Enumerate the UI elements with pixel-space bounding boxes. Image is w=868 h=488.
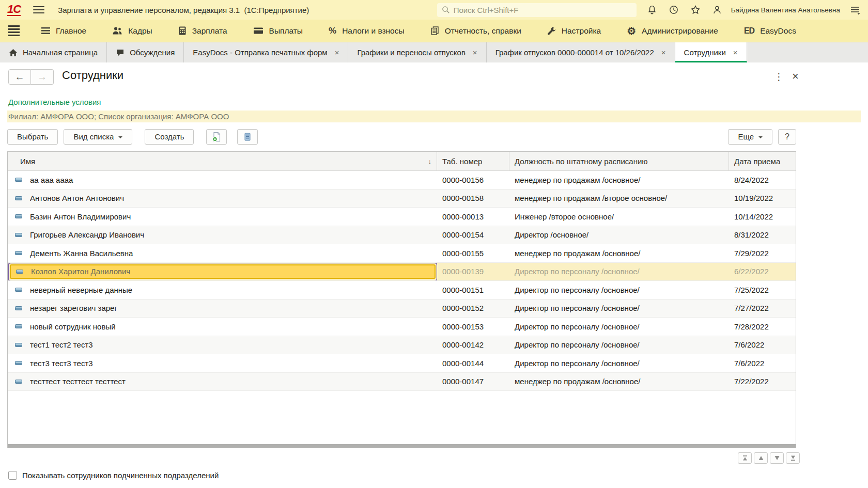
search-input[interactable] [454,6,632,14]
menu-item-nastroyka[interactable]: Настройка [547,26,601,36]
table-row[interactable]: новый сотрудник новый 0000-00153 Директо… [8,318,796,336]
table-row[interactable]: неверный неверные данные 0000-00151 Дире… [8,281,796,300]
cell-number[interactable]: 0000-00142 [437,336,509,354]
kebab-menu-icon[interactable]: ⋮ [774,71,783,83]
cell-number[interactable]: 0000-00158 [437,190,509,208]
cell-number[interactable]: 0000-00156 [437,171,509,189]
table-row[interactable]: тест3 тест3 тест3 0000-00144 Директор по… [8,354,796,373]
cell-name[interactable]: незарег зарегович зарег [8,300,437,318]
menu-item-kadry[interactable]: Кадры [112,26,152,36]
cell-position[interactable]: Директор по персоналу /основное/ [509,354,729,372]
cell-number[interactable]: 0000-00144 [437,354,509,372]
table-row[interactable]: Дементь Жанна Васильевна 0000-00155 мене… [8,244,796,263]
go-last-button[interactable] [786,452,800,464]
cell-position[interactable]: Директор по персоналу /основное/ [509,300,729,318]
cell-name-selected[interactable]: Козлов Харитон Данилович [8,263,437,281]
help-button[interactable]: ? [778,129,796,145]
cell-number[interactable]: 0000-00013 [437,208,509,226]
cell-number[interactable]: 0000-00139 [437,263,509,281]
table-row[interactable]: Григорьев Александр Иванович 0000-00154 … [8,226,796,245]
select-button[interactable]: Выбрать [7,129,58,145]
create-button[interactable]: Создать [145,129,194,145]
tab-vacation-schedules[interactable]: Графики и переносы отпусков × [348,42,486,62]
tab-close-icon[interactable]: × [661,48,666,57]
tab-employees-active[interactable]: Сотрудники × [675,42,747,62]
tab-easydocs-print-forms[interactable]: EasyDocs - Отправка печатных форм × [184,42,348,62]
cell-number[interactable]: 0000-00152 [437,300,509,318]
cell-hire-date[interactable]: 7/29/2022 [729,244,796,262]
menu-item-easydocs[interactable]: ED EasyDocs [744,26,796,36]
table-row[interactable]: Базин Антон Владимирович 0000-00013 Инже… [8,208,796,226]
table-row[interactable]: незарег зарегович зарег 0000-00152 Дирек… [8,300,796,318]
tab-home[interactable]: Начальная страница [0,42,107,62]
cell-hire-date[interactable]: 10/19/2022 [729,190,796,208]
close-form-icon[interactable]: × [792,70,799,83]
table-row[interactable]: аа ааа аааа 0000-00156 менеджер по прода… [8,171,796,190]
list-settings-button[interactable] [237,129,258,145]
sections-panel-icon[interactable] [8,24,20,38]
cell-position[interactable]: менеджер по продажам /основное/ [509,244,729,262]
service-menu-icon[interactable] [849,5,861,15]
table-row[interactable]: Антонов Антон Антонович 0000-00158 менед… [8,190,796,208]
cell-hire-date[interactable]: 8/31/2022 [729,226,796,244]
cell-name[interactable]: Дементь Жанна Васильевна [8,244,437,262]
cell-position[interactable]: Директор по персоналу /основное/ [509,281,729,299]
column-header-hire-date[interactable]: Дата приема [729,152,796,170]
create-group-button[interactable] [206,129,227,145]
cell-hire-date[interactable]: 7/25/2022 [729,281,796,299]
cell-position[interactable]: Директор /основное/ [509,226,729,244]
menu-item-administrirovanie[interactable]: ⚙ Администрирование [627,26,718,36]
cell-hire-date[interactable]: 7/27/2022 [729,300,796,318]
horizontal-scrollbar[interactable] [8,444,796,448]
show-subordinate-checkbox[interactable] [8,471,17,480]
forward-button[interactable]: → [31,69,54,85]
scrollbar-thumb[interactable] [8,444,796,448]
cell-number[interactable]: 0000-00153 [437,318,509,336]
global-search[interactable] [437,3,637,17]
cell-name[interactable]: аа ааа аааа [8,171,437,189]
tab-close-icon[interactable]: × [733,48,738,57]
cell-number[interactable]: 0000-00155 [437,244,509,262]
cell-name[interactable]: Антонов Антон Антонович [8,190,437,208]
go-previous-button[interactable] [754,452,768,464]
cell-hire-date[interactable]: 8/24/2022 [729,171,796,189]
history-icon[interactable] [669,5,679,15]
go-next-button[interactable] [770,452,784,464]
cell-name[interactable]: неверный неверные данные [8,281,437,299]
tab-vacation-schedule-document[interactable]: График отпусков 0000-000014 от 10/26/202… [487,42,675,62]
back-button[interactable]: ← [8,69,31,85]
current-user-name[interactable]: Байдина Валентина Анатольевна [731,6,840,14]
cell-position[interactable]: Директор по персоналу /основное/ [509,263,729,281]
cell-hire-date[interactable]: 6/22/2022 [729,263,796,281]
cell-name[interactable]: Базин Антон Владимирович [8,208,437,226]
cell-number[interactable]: 0000-00154 [437,226,509,244]
column-header-name[interactable]: Имя ↓ [8,152,437,170]
cell-position[interactable]: менеджер по продажам /основное/ [509,171,729,189]
tab-discussions[interactable]: Обсуждения [107,42,184,62]
menu-item-zarplata[interactable]: Зарплата [178,26,227,36]
cell-name[interactable]: Григорьев Александр Иванович [8,226,437,244]
tab-close-icon[interactable]: × [335,48,339,57]
menu-item-vyplaty[interactable]: Выплаты [253,26,303,36]
cell-hire-date[interactable]: 7/28/2022 [729,318,796,336]
cell-position[interactable]: Директор по персоналу /основное/ [509,318,729,336]
cell-name[interactable]: тест1 тест2 тест3 [8,336,437,354]
table-row-selected[interactable]: Козлов Харитон Данилович 0000-00139 Дире… [8,263,796,281]
cell-number[interactable]: 0000-00151 [437,281,509,299]
more-button[interactable]: Еще [728,129,772,145]
table-row[interactable]: тесттест тесттест тесттест 0000-00147 ме… [8,373,796,391]
column-header-number[interactable]: Таб. номер [437,152,509,170]
notifications-bell-icon[interactable] [647,5,658,15]
cell-position[interactable]: Директор по персоналу /основное/ [509,336,729,354]
cell-hire-date[interactable]: 10/14/2022 [729,208,796,226]
cell-hire-date[interactable]: 7/6/2022 [729,354,796,372]
cell-hire-date[interactable]: 7/6/2022 [729,336,796,354]
tab-close-icon[interactable]: × [473,48,477,57]
user-icon[interactable] [712,5,723,15]
cell-name[interactable]: тест3 тест3 тест3 [8,354,437,372]
view-mode-button[interactable]: Вид списка [64,129,132,145]
column-header-position[interactable]: Должность по штатному расписанию [509,152,729,170]
additional-conditions-link[interactable]: Дополнительные условия [8,98,101,106]
cell-number[interactable]: 0000-00147 [437,373,509,391]
hamburger-menu-icon[interactable] [33,4,44,15]
